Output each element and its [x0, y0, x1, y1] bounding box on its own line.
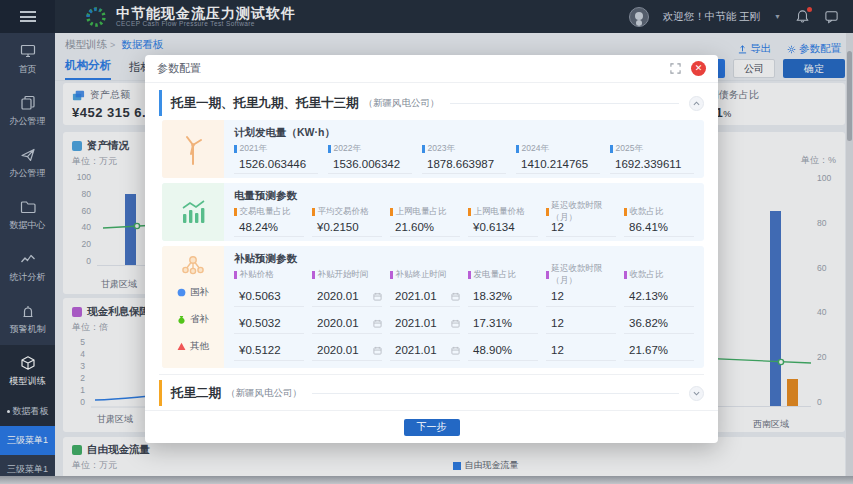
modal-title: 参数配置: [157, 61, 201, 76]
app-window: 中节能现金流压力测试软件 CECEP Cash Flow Pressure Te…: [0, 0, 853, 484]
subsidy-forecast-panel: 国补 省补 其他 补贴预测参数 补贴价格 补贴开始时间: [162, 246, 704, 368]
national-delay-input[interactable]: 12: [546, 287, 616, 307]
next-step-button[interactable]: 下一步: [404, 419, 460, 436]
subsidy-row-provincial: ¥0.5032 2020.01 2021.01 17.31% 12 36.82%: [234, 310, 694, 337]
national-subsidy-icon: [177, 288, 186, 297]
other-delay-input[interactable]: 12: [546, 341, 616, 361]
window-bottom-edge: [0, 476, 853, 484]
subsidy-row-national: ¥0.5063 2020.01 2021.01 18.32% 12 42.13%: [234, 283, 694, 310]
section1-header[interactable]: 托里一期、托里九期、托里十三期 （新疆风电公司）: [159, 90, 704, 116]
modal-body: 托里一期、托里九期、托里十三期 （新疆风电公司） 计划发电量（K: [145, 83, 718, 410]
section1-collapse-button[interactable]: [689, 96, 704, 111]
wind-turbine-icon: [178, 132, 208, 166]
grid-ratio-input[interactable]: 21.60%: [390, 218, 460, 237]
national-start-date[interactable]: 2020.01: [312, 287, 382, 307]
page-scrollbar[interactable]: [846, 33, 853, 476]
grid-price-input[interactable]: ¥0.6134: [468, 218, 538, 237]
subsidy-forecast-title: 补贴预测参数: [234, 252, 694, 268]
national-end-date[interactable]: 2021.01: [390, 287, 460, 307]
row-label-other: 其他: [162, 333, 224, 360]
section2-accent-bar: [159, 380, 162, 406]
avg-price-input[interactable]: ¥0.2150: [312, 218, 382, 237]
modal-header: 参数配置 ✕: [145, 55, 718, 83]
gen-2022-input[interactable]: 1536.006342: [328, 155, 412, 174]
gen-2024-input[interactable]: 1410.214765: [516, 155, 600, 174]
chevron-down-icon: [693, 390, 700, 397]
subsidy-row-other: ¥0.5122 2020.01 2021.01 48.90% 12 21.67%: [234, 337, 694, 364]
other-start-date[interactable]: 2020.01: [312, 341, 382, 361]
param-config-modal: 参数配置 ✕ 托里一期、托里九期、托里十三期 （新疆风电公司）: [145, 55, 718, 443]
calendar-icon: [373, 292, 382, 301]
provincial-price-input[interactable]: ¥0.5032: [234, 314, 304, 334]
gen-2023-input[interactable]: 1878.663987: [422, 155, 506, 174]
calendar-icon: [373, 346, 382, 355]
gen-plan-panel: 计划发电量（KW·h） 2021年1526.063446 2022年1536.0…: [162, 120, 704, 178]
network-icon: [180, 251, 206, 277]
section2-title: 托里二期: [171, 385, 221, 402]
calendar-icon: [451, 292, 460, 301]
power-forecast-panel: 电量预测参数 交易电量占比48.24% 平均交易价格¥0.2150 上网电量占比…: [162, 183, 704, 241]
row-label-national: 国补: [162, 279, 224, 306]
section2-expand-button[interactable]: [689, 386, 704, 401]
provincial-delay-input[interactable]: 12: [546, 314, 616, 334]
other-collect-input[interactable]: 21.67%: [624, 341, 694, 361]
bar-chart-icon: [179, 198, 207, 226]
provincial-start-date[interactable]: 2020.01: [312, 314, 382, 334]
close-icon[interactable]: ✕: [691, 61, 706, 76]
calendar-icon: [373, 319, 382, 328]
power-forecast-title: 电量预测参数: [234, 189, 694, 205]
other-end-date[interactable]: 2021.01: [390, 341, 460, 361]
other-gen-ratio-input[interactable]: 48.90%: [468, 341, 538, 361]
calendar-icon: [451, 346, 460, 355]
fullscreen-icon[interactable]: [670, 60, 681, 78]
gen-plan-title: 计划发电量（KW·h）: [234, 126, 694, 142]
other-subsidy-icon: [177, 342, 186, 351]
section2-header[interactable]: 托里二期 （新疆风电公司）: [159, 380, 704, 406]
section2-company: （新疆风电公司）: [226, 387, 302, 400]
scrollbar-thumb[interactable]: [847, 51, 852, 141]
provincial-gen-ratio-input[interactable]: 17.31%: [468, 314, 538, 334]
provincial-end-date[interactable]: 2021.01: [390, 314, 460, 334]
national-gen-ratio-input[interactable]: 18.32%: [468, 287, 538, 307]
gen-2021-input[interactable]: 1526.063446: [234, 155, 318, 174]
provincial-subsidy-icon: [177, 315, 186, 324]
gen-2025-input[interactable]: 1692.339611: [610, 155, 694, 174]
modal-footer: 下一步: [145, 410, 718, 443]
national-price-input[interactable]: ¥0.5063: [234, 287, 304, 307]
section1-title: 托里一期、托里九期、托里十三期: [171, 95, 359, 112]
collect-ratio-input[interactable]: 86.41%: [624, 218, 694, 237]
provincial-collect-input[interactable]: 36.82%: [624, 314, 694, 334]
trade-ratio-input[interactable]: 48.24%: [234, 218, 304, 237]
calendar-icon: [451, 319, 460, 328]
national-collect-input[interactable]: 42.13%: [624, 287, 694, 307]
section1-accent-bar: [159, 90, 162, 116]
section1-company: （新疆风电公司）: [364, 97, 440, 110]
row-label-provincial: 省补: [162, 306, 224, 333]
chevron-up-icon: [693, 100, 700, 107]
other-price-input[interactable]: ¥0.5122: [234, 341, 304, 361]
